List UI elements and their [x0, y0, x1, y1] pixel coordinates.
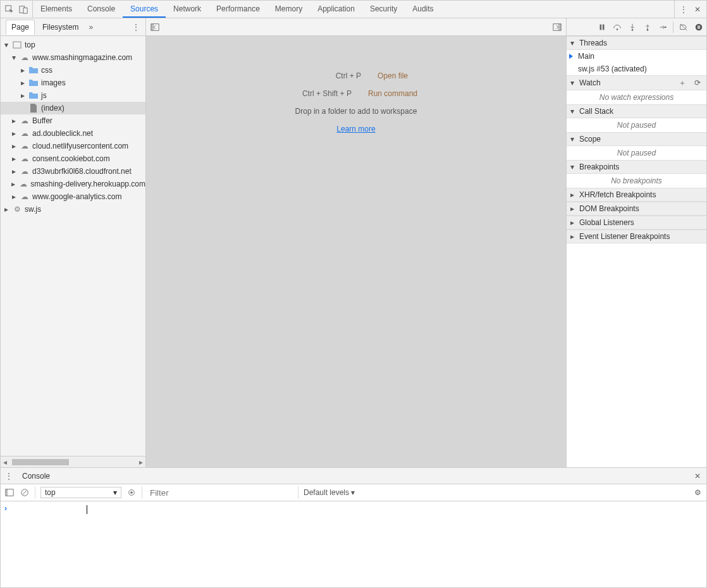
tab-application[interactable]: Application — [310, 1, 362, 18]
clear-console-icon[interactable] — [20, 487, 30, 498]
chevron-right-icon[interactable]: ▸ — [11, 192, 17, 201]
section-scope[interactable]: ▾ Scope — [567, 132, 706, 146]
deactivate-breakpoints-icon[interactable] — [679, 22, 689, 32]
section-threads[interactable]: ▾ Threads — [567, 36, 706, 50]
chevron-right-icon[interactable]: ▸ — [11, 116, 17, 125]
chevron-right-icon[interactable]: ▸ — [11, 129, 17, 138]
console-context-selector[interactable]: top ▾ — [40, 487, 121, 498]
chevron-down-icon: ▾ — [570, 107, 577, 116]
tree-cloud-item[interactable]: ▸ ☁ d33wubrfki0l68.cloudfront.net — [1, 165, 145, 178]
svg-point-13 — [665, 26, 667, 28]
tab-sources[interactable]: Sources — [123, 1, 166, 18]
learn-more-link[interactable]: Learn more — [336, 125, 375, 133]
thread-label: sw.js #53 (activated) — [578, 64, 647, 73]
tab-memory[interactable]: Memory — [267, 1, 310, 18]
kebab-menu-icon[interactable]: ⋮ — [679, 4, 689, 15]
svg-rect-17 — [699, 25, 699, 28]
svg-point-15 — [696, 23, 703, 30]
step-over-icon[interactable] — [612, 22, 622, 32]
toggle-debugger-icon[interactable] — [552, 22, 562, 32]
tab-security[interactable]: Security — [362, 1, 405, 18]
chevron-right-icon[interactable]: ▸ — [20, 91, 26, 100]
chevron-right-icon: ▸ — [570, 204, 577, 213]
chevron-right-icon[interactable]: ▸ — [11, 180, 16, 188]
drawer-close-icon[interactable]: ✕ — [692, 471, 703, 481]
file-tree[interactable]: ▾ top ▾ ☁ www.smashingmagazine.com ▸ css… — [1, 36, 145, 456]
section-global-listeners[interactable]: ▸ Global Listeners — [567, 216, 706, 230]
callstack-empty: Not paused — [567, 118, 706, 132]
live-expression-icon[interactable] — [126, 487, 137, 498]
shortcut-desc: Open file — [378, 71, 408, 80]
section-breakpoints[interactable]: ▾ Breakpoints — [567, 160, 706, 174]
step-icon[interactable] — [658, 22, 668, 32]
device-toolbar-icon[interactable] — [18, 4, 28, 15]
add-watch-icon[interactable]: ＋ — [677, 78, 687, 88]
tree-top-frame[interactable]: ▾ top — [1, 39, 145, 51]
section-event-listener-breakpoints[interactable]: ▸ Event Listener Breakpoints — [567, 230, 706, 243]
scroll-thumb[interactable] — [12, 459, 69, 465]
console-filter-input[interactable] — [147, 487, 293, 499]
navigator-kebab-icon[interactable]: ⋮ — [132, 23, 140, 32]
navigator-tab-page[interactable]: Page — [6, 20, 35, 35]
svg-point-23 — [130, 491, 133, 494]
chevron-right-icon[interactable]: ▸ — [3, 205, 9, 214]
chevron-right-icon[interactable]: ▸ — [11, 142, 17, 150]
tree-cloud-item[interactable]: ▸ ☁ ad.doubleclick.net — [1, 127, 145, 140]
tree-folder-css[interactable]: ▸ css — [1, 64, 145, 77]
devtools-topbar: Elements Console Sources Network Perform… — [1, 1, 706, 18]
tree-file-index[interactable]: (index) — [1, 102, 145, 114]
tree-folder-images[interactable]: ▸ images — [1, 77, 145, 89]
tab-elements[interactable]: Elements — [33, 1, 80, 18]
console-sidebar-icon[interactable] — [4, 487, 15, 498]
section-title: Scope — [579, 135, 703, 144]
cloud-icon: ☁ — [20, 192, 30, 201]
tab-audits[interactable]: Audits — [405, 1, 441, 18]
step-out-icon[interactable] — [642, 22, 653, 32]
chevron-right-icon[interactable]: ▸ — [20, 78, 26, 87]
navigator-tabs-more-icon[interactable]: » — [89, 23, 93, 32]
cloud-icon: ☁ — [20, 129, 30, 138]
toggle-navigator-icon[interactable] — [150, 22, 160, 32]
console-settings-icon[interactable]: ⚙ — [692, 487, 703, 498]
chevron-down-icon[interactable]: ▾ — [3, 40, 9, 49]
tab-performance[interactable]: Performance — [209, 1, 267, 18]
chevron-down-icon[interactable]: ▾ — [11, 53, 17, 62]
drawer-kebab-icon[interactable]: ⋮ — [4, 472, 13, 481]
step-into-icon[interactable] — [627, 22, 637, 32]
scroll-left-icon[interactable]: ◂ — [1, 458, 9, 467]
tree-domain[interactable]: ▾ ☁ www.smashingmagazine.com — [1, 51, 145, 64]
refresh-watch-icon[interactable]: ⟳ — [692, 78, 703, 88]
inspect-element-icon[interactable] — [4, 4, 15, 15]
svg-line-21 — [23, 491, 27, 495]
tree-buffer[interactable]: ▸ ☁ Buffer — [1, 114, 145, 127]
thread-sw[interactable]: sw.js #53 (activated) — [567, 63, 706, 75]
section-xhr-breakpoints[interactable]: ▸ XHR/fetch Breakpoints — [567, 188, 706, 202]
close-icon[interactable]: ✕ — [692, 4, 703, 15]
tree-cloud-item[interactable]: ▸ ☁ consent.cookiebot.com — [1, 152, 145, 165]
tree-cloud-item[interactable]: ▸ ☁ cloud.netlifyusercontent.com — [1, 140, 145, 152]
navigator-tab-filesystem[interactable]: Filesystem — [37, 20, 83, 34]
tree-cloud-item[interactable]: ▸ ☁ www.google-analytics.com — [1, 190, 145, 203]
thread-main[interactable]: Main — [567, 50, 706, 63]
section-dom-breakpoints[interactable]: ▸ DOM Breakpoints — [567, 202, 706, 216]
tree-label: consent.cookiebot.com — [32, 154, 110, 163]
tree-service-worker[interactable]: ▸ ⚙ sw.js — [1, 203, 145, 216]
tab-network[interactable]: Network — [166, 1, 209, 18]
tab-console[interactable]: Console — [80, 1, 123, 18]
pause-icon[interactable] — [597, 22, 607, 32]
tree-label: d33wubrfki0l68.cloudfront.net — [32, 167, 132, 176]
tree-cloud-item[interactable]: ▸ ☁ smashing-delivery.herokuapp.com — [1, 178, 145, 190]
chevron-right-icon[interactable]: ▸ — [11, 154, 17, 163]
console-body[interactable]: › — [1, 501, 706, 587]
section-callstack[interactable]: ▾ Call Stack — [567, 104, 706, 118]
main-area: Page Filesystem » ⋮ ▾ top ▾ ☁ www.smashi… — [1, 18, 706, 467]
scroll-right-icon[interactable]: ▸ — [137, 458, 145, 467]
chevron-right-icon[interactable]: ▸ — [20, 66, 26, 75]
chevron-right-icon[interactable]: ▸ — [11, 167, 17, 176]
drawer-tab-console[interactable]: Console — [17, 469, 55, 483]
console-levels-selector[interactable]: Default levels ▾ — [304, 488, 355, 497]
section-watch[interactable]: ▾ Watch ＋ ⟳ — [567, 75, 706, 90]
tree-folder-js[interactable]: ▸ js — [1, 89, 145, 102]
pause-on-exceptions-icon[interactable] — [694, 22, 704, 32]
navigator-hscrollbar[interactable]: ◂ ▸ — [1, 456, 145, 467]
